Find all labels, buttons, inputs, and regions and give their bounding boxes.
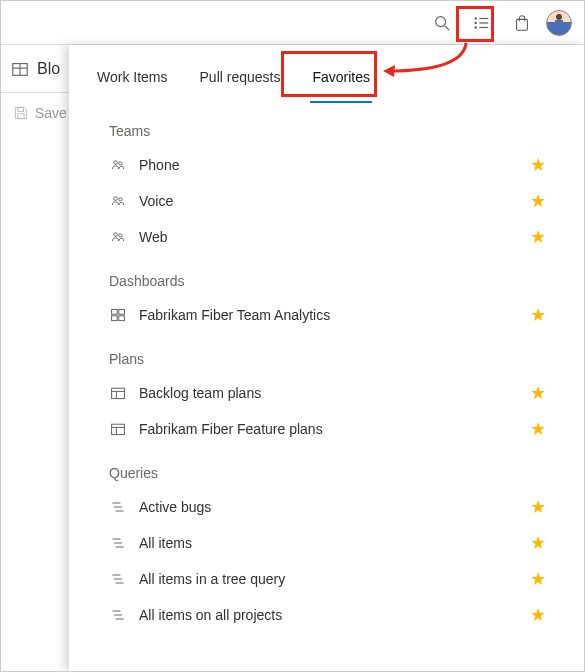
list-button[interactable] [466, 7, 498, 39]
svg-point-9 [556, 14, 562, 20]
svg-point-18 [114, 197, 118, 201]
svg-rect-22 [112, 309, 118, 314]
avatar[interactable] [546, 10, 572, 36]
svg-rect-8 [517, 19, 528, 30]
section-title: Dashboards [93, 255, 560, 297]
list-item[interactable]: All items on all projects★ [93, 597, 560, 633]
section-title: Plans [93, 333, 560, 375]
svg-rect-25 [119, 316, 125, 321]
list-item[interactable]: All items in a tree query★ [93, 561, 560, 597]
query-icon [110, 571, 126, 587]
svg-point-16 [114, 161, 118, 165]
dashboard-icon [110, 307, 126, 323]
save-button[interactable]: Save [35, 105, 67, 121]
star-icon[interactable]: ★ [530, 420, 546, 438]
page-title: Blo [37, 60, 60, 78]
list-item[interactable]: Voice★ [93, 183, 560, 219]
table-icon [11, 60, 29, 78]
star-icon[interactable]: ★ [530, 570, 546, 588]
plan-icon [110, 385, 126, 401]
list-item-label: Fabrikam Fiber Team Analytics [139, 307, 518, 323]
query-icon [110, 499, 126, 515]
list-item-label: Active bugs [139, 499, 518, 515]
svg-point-19 [119, 198, 122, 201]
team-icon [110, 157, 126, 173]
list-item-label: Fabrikam Fiber Feature plans [139, 421, 518, 437]
svg-point-4 [475, 21, 477, 23]
list-icon [473, 14, 491, 32]
list-item-label: Web [139, 229, 518, 245]
svg-point-21 [119, 234, 122, 237]
section-title: Queries [93, 447, 560, 489]
save-icon [13, 105, 29, 121]
svg-rect-26 [112, 388, 125, 398]
star-icon[interactable]: ★ [530, 306, 546, 324]
search-button[interactable] [426, 7, 458, 39]
svg-line-1 [445, 25, 450, 30]
tab-pull-requests[interactable]: Pull requests [198, 63, 283, 91]
list-item-label: Voice [139, 193, 518, 209]
svg-point-20 [114, 233, 118, 237]
panel-tabs: Work Items Pull requests Favorites [69, 45, 584, 95]
star-icon[interactable]: ★ [530, 228, 546, 246]
list-item[interactable]: Fabrikam Fiber Feature plans★ [93, 411, 560, 447]
list-item[interactable]: Backlog team plans★ [93, 375, 560, 411]
list-item[interactable]: Active bugs★ [93, 489, 560, 525]
svg-rect-23 [119, 309, 125, 314]
list-item-label: All items [139, 535, 518, 551]
svg-rect-15 [18, 114, 24, 119]
shopping-bag-icon [513, 14, 531, 32]
marketplace-button[interactable] [506, 7, 538, 39]
svg-point-6 [475, 26, 477, 28]
svg-rect-29 [112, 424, 125, 434]
svg-rect-14 [18, 107, 24, 111]
search-icon [433, 14, 451, 32]
team-icon [110, 229, 126, 245]
svg-point-0 [436, 16, 446, 26]
star-icon[interactable]: ★ [530, 384, 546, 402]
plan-icon [110, 421, 126, 437]
list-item[interactable]: Web★ [93, 219, 560, 255]
top-bar [1, 1, 584, 45]
query-icon [110, 535, 126, 551]
list-item-label: All items on all projects [139, 607, 518, 623]
svg-rect-24 [112, 316, 118, 321]
tab-favorites[interactable]: Favorites [310, 63, 372, 91]
panel-body: TeamsPhone★Voice★Web★DashboardsFabrikam … [69, 95, 584, 633]
svg-point-17 [119, 162, 122, 165]
list-item[interactable]: Fabrikam Fiber Team Analytics★ [93, 297, 560, 333]
section-title: Teams [93, 105, 560, 147]
query-icon [110, 607, 126, 623]
star-icon[interactable]: ★ [530, 498, 546, 516]
list-item-label: Backlog team plans [139, 385, 518, 401]
svg-rect-10 [555, 20, 563, 29]
list-item-label: Phone [139, 157, 518, 173]
star-icon[interactable]: ★ [530, 192, 546, 210]
favorites-panel: Work Items Pull requests Favorites Teams… [69, 45, 584, 671]
list-item[interactable]: Phone★ [93, 147, 560, 183]
tab-work-items[interactable]: Work Items [95, 63, 170, 91]
list-item[interactable]: All items★ [93, 525, 560, 561]
star-icon[interactable]: ★ [530, 606, 546, 624]
star-icon[interactable]: ★ [530, 534, 546, 552]
list-item-label: All items in a tree query [139, 571, 518, 587]
svg-point-2 [475, 17, 477, 19]
team-icon [110, 193, 126, 209]
star-icon[interactable]: ★ [530, 156, 546, 174]
